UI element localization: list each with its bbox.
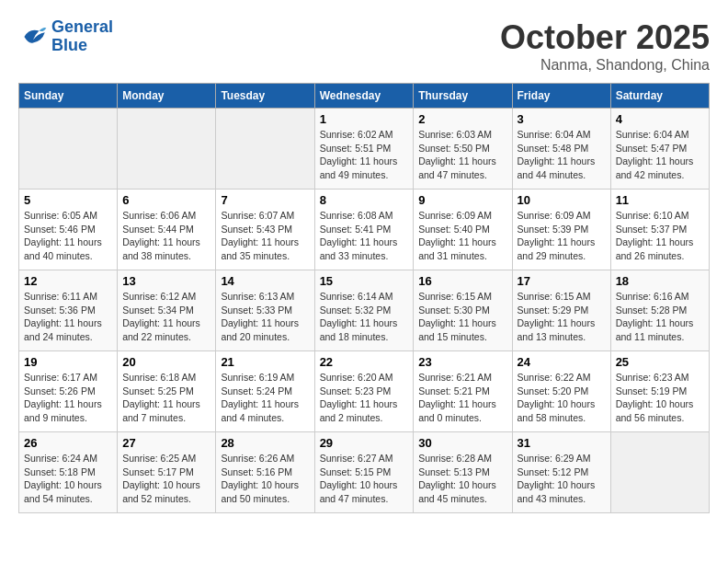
day-info: Sunrise: 6:05 AM Sunset: 5:46 PM Dayligh… [24, 209, 112, 263]
day-number: 25 [616, 355, 704, 369]
day-number: 20 [122, 355, 210, 369]
location: Nanma, Shandong, China [500, 57, 710, 74]
weekday-header-row: SundayMondayTuesdayWednesdayThursdayFrid… [19, 84, 710, 109]
weekday-header-friday: Friday [512, 84, 610, 109]
weekday-header-thursday: Thursday [414, 84, 512, 109]
calendar-week-row: 26Sunrise: 6:24 AM Sunset: 5:18 PM Dayli… [19, 432, 710, 513]
day-number: 7 [221, 193, 309, 207]
day-number: 5 [24, 193, 112, 207]
calendar-cell: 5Sunrise: 6:05 AM Sunset: 5:46 PM Daylig… [19, 190, 118, 270]
calendar-cell: 11Sunrise: 6:10 AM Sunset: 5:37 PM Dayli… [610, 190, 709, 270]
weekday-header-sunday: Sunday [19, 84, 118, 109]
day-info: Sunrise: 6:27 AM Sunset: 5:15 PM Dayligh… [320, 452, 409, 506]
calendar-week-row: 5Sunrise: 6:05 AM Sunset: 5:46 PM Daylig… [19, 190, 710, 270]
day-number: 4 [616, 112, 704, 126]
day-number: 1 [320, 112, 409, 126]
day-number: 3 [518, 112, 606, 126]
calendar-cell: 13Sunrise: 6:12 AM Sunset: 5:34 PM Dayli… [118, 270, 216, 351]
day-info: Sunrise: 6:11 AM Sunset: 5:36 PM Dayligh… [24, 290, 112, 344]
calendar-cell [118, 109, 216, 190]
calendar-cell: 22Sunrise: 6:20 AM Sunset: 5:23 PM Dayli… [314, 351, 414, 432]
calendar-cell: 16Sunrise: 6:15 AM Sunset: 5:30 PM Dayli… [414, 270, 512, 351]
day-number: 31 [518, 436, 606, 450]
day-info: Sunrise: 6:13 AM Sunset: 5:33 PM Dayligh… [221, 290, 309, 344]
day-info: Sunrise: 6:10 AM Sunset: 5:37 PM Dayligh… [616, 209, 704, 263]
day-number: 6 [122, 193, 210, 207]
calendar-cell: 27Sunrise: 6:25 AM Sunset: 5:17 PM Dayli… [118, 432, 216, 513]
day-number: 10 [518, 193, 606, 207]
weekday-header-wednesday: Wednesday [314, 84, 414, 109]
calendar-cell: 2Sunrise: 6:03 AM Sunset: 5:50 PM Daylig… [414, 109, 512, 190]
calendar-cell: 26Sunrise: 6:24 AM Sunset: 5:18 PM Dayli… [19, 432, 118, 513]
day-info: Sunrise: 6:24 AM Sunset: 5:18 PM Dayligh… [24, 452, 112, 506]
calendar-week-row: 12Sunrise: 6:11 AM Sunset: 5:36 PM Dayli… [19, 270, 710, 351]
day-number: 11 [616, 193, 704, 207]
calendar-cell: 7Sunrise: 6:07 AM Sunset: 5:43 PM Daylig… [216, 190, 314, 270]
day-number: 24 [518, 355, 606, 369]
day-number: 18 [616, 274, 704, 288]
month-title: October 2025 [500, 18, 710, 57]
calendar-cell: 19Sunrise: 6:17 AM Sunset: 5:26 PM Dayli… [19, 351, 118, 432]
calendar-cell: 20Sunrise: 6:18 AM Sunset: 5:25 PM Dayli… [118, 351, 216, 432]
day-info: Sunrise: 6:02 AM Sunset: 5:51 PM Dayligh… [320, 128, 409, 182]
calendar-cell: 24Sunrise: 6:22 AM Sunset: 5:20 PM Dayli… [512, 351, 610, 432]
day-info: Sunrise: 6:16 AM Sunset: 5:28 PM Dayligh… [616, 290, 704, 344]
day-info: Sunrise: 6:04 AM Sunset: 5:47 PM Dayligh… [616, 128, 704, 182]
calendar-cell: 23Sunrise: 6:21 AM Sunset: 5:21 PM Dayli… [414, 351, 512, 432]
day-info: Sunrise: 6:20 AM Sunset: 5:23 PM Dayligh… [320, 371, 409, 425]
day-number: 22 [320, 355, 409, 369]
logo-text-line1: General [51, 18, 113, 37]
calendar-cell: 9Sunrise: 6:09 AM Sunset: 5:40 PM Daylig… [414, 190, 512, 270]
day-number: 29 [320, 436, 409, 450]
day-info: Sunrise: 6:09 AM Sunset: 5:39 PM Dayligh… [518, 209, 606, 263]
day-info: Sunrise: 6:17 AM Sunset: 5:26 PM Dayligh… [24, 371, 112, 425]
day-number: 23 [418, 355, 506, 369]
day-number: 19 [24, 355, 112, 369]
day-info: Sunrise: 6:22 AM Sunset: 5:20 PM Dayligh… [518, 371, 606, 425]
day-info: Sunrise: 6:15 AM Sunset: 5:29 PM Dayligh… [518, 290, 606, 344]
day-info: Sunrise: 6:07 AM Sunset: 5:43 PM Dayligh… [221, 209, 309, 263]
day-number: 30 [418, 436, 506, 450]
weekday-header-monday: Monday [118, 84, 216, 109]
day-number: 28 [221, 436, 309, 450]
day-info: Sunrise: 6:08 AM Sunset: 5:41 PM Dayligh… [320, 209, 409, 263]
calendar-cell: 12Sunrise: 6:11 AM Sunset: 5:36 PM Dayli… [19, 270, 118, 351]
logo-text-line2: Blue [51, 37, 113, 55]
calendar-cell: 10Sunrise: 6:09 AM Sunset: 5:39 PM Dayli… [512, 190, 610, 270]
calendar-cell [610, 432, 709, 513]
day-number: 17 [518, 274, 606, 288]
calendar-cell: 25Sunrise: 6:23 AM Sunset: 5:19 PM Dayli… [610, 351, 709, 432]
weekday-header-tuesday: Tuesday [216, 84, 314, 109]
day-info: Sunrise: 6:04 AM Sunset: 5:48 PM Dayligh… [518, 128, 606, 182]
calendar-cell: 29Sunrise: 6:27 AM Sunset: 5:15 PM Dayli… [314, 432, 414, 513]
day-number: 15 [320, 274, 409, 288]
day-number: 21 [221, 355, 309, 369]
calendar-week-row: 19Sunrise: 6:17 AM Sunset: 5:26 PM Dayli… [19, 351, 710, 432]
calendar-cell: 21Sunrise: 6:19 AM Sunset: 5:24 PM Dayli… [216, 351, 314, 432]
calendar-week-row: 1Sunrise: 6:02 AM Sunset: 5:51 PM Daylig… [19, 109, 710, 190]
day-number: 9 [418, 193, 506, 207]
logo: General Blue [18, 18, 113, 55]
day-info: Sunrise: 6:28 AM Sunset: 5:13 PM Dayligh… [418, 452, 506, 506]
day-info: Sunrise: 6:03 AM Sunset: 5:50 PM Dayligh… [418, 128, 506, 182]
day-info: Sunrise: 6:21 AM Sunset: 5:21 PM Dayligh… [418, 371, 506, 425]
calendar-cell [216, 109, 314, 190]
calendar-cell: 8Sunrise: 6:08 AM Sunset: 5:41 PM Daylig… [314, 190, 414, 270]
day-number: 16 [418, 274, 506, 288]
calendar-cell: 30Sunrise: 6:28 AM Sunset: 5:13 PM Dayli… [414, 432, 512, 513]
page-header: General Blue October 2025 Nanma, Shandon… [18, 18, 710, 74]
calendar-cell [19, 109, 118, 190]
day-info: Sunrise: 6:09 AM Sunset: 5:40 PM Dayligh… [418, 209, 506, 263]
calendar-cell: 6Sunrise: 6:06 AM Sunset: 5:44 PM Daylig… [118, 190, 216, 270]
calendar-cell: 14Sunrise: 6:13 AM Sunset: 5:33 PM Dayli… [216, 270, 314, 351]
calendar-cell: 28Sunrise: 6:26 AM Sunset: 5:16 PM Dayli… [216, 432, 314, 513]
weekday-header-saturday: Saturday [610, 84, 709, 109]
calendar-cell: 31Sunrise: 6:29 AM Sunset: 5:12 PM Dayli… [512, 432, 610, 513]
day-info: Sunrise: 6:25 AM Sunset: 5:17 PM Dayligh… [122, 452, 210, 506]
logo-icon [18, 22, 48, 52]
calendar-cell: 4Sunrise: 6:04 AM Sunset: 5:47 PM Daylig… [610, 109, 709, 190]
day-number: 8 [320, 193, 409, 207]
title-block: October 2025 Nanma, Shandong, China [500, 18, 710, 74]
day-number: 26 [24, 436, 112, 450]
day-info: Sunrise: 6:15 AM Sunset: 5:30 PM Dayligh… [418, 290, 506, 344]
